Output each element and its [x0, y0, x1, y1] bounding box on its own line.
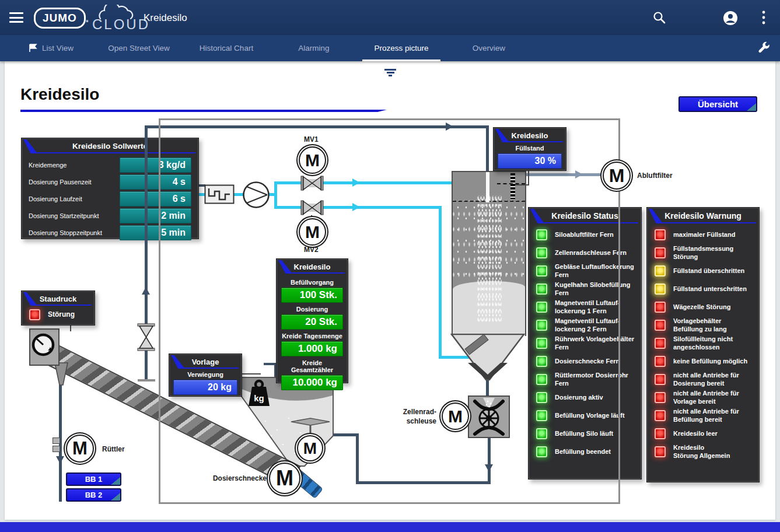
mv1-motor: M	[299, 146, 326, 174]
search-icon[interactable]	[652, 10, 667, 26]
vorlage-label: Verwiegung	[169, 371, 242, 378]
warning-item: Kreidesilo leer	[647, 425, 759, 443]
counter-group: Kreide Gesamtzähler 10.000 kg	[281, 359, 343, 390]
counters-rows: Befüllvorgang 100 Stk. Dosierung 20 Stk.…	[277, 279, 348, 390]
title-underline	[20, 110, 387, 112]
status-led	[536, 229, 547, 240]
transfer-pipe-to-hopper	[334, 433, 359, 436]
kebab-menu-icon[interactable]	[761, 10, 769, 26]
silo-inlet-pipe	[486, 125, 489, 172]
bb2-button[interactable]: BB 2	[66, 488, 121, 502]
status-item: Befüllung Vorlage läuft	[529, 407, 641, 425]
logo-dot: ·	[85, 13, 90, 29]
tab-historical-chart[interactable]: Historical Chart	[183, 35, 270, 61]
setpoint-value[interactable]: 2 min	[120, 208, 191, 223]
tab-alarming[interactable]: Alarming	[270, 35, 358, 61]
warning-label: nicht alle Antriebe für Dosierung bereit	[673, 372, 739, 388]
status-item: Dosierung aktiv	[529, 388, 641, 407]
warnung-panel: Kreidesilo Warnung maximaler Füllstand F…	[646, 207, 760, 482]
setpoint-row: Kreidemenge 3 kg/d	[29, 158, 191, 173]
alarm-led	[29, 309, 40, 320]
setpoint-value[interactable]: 5 min	[120, 225, 191, 240]
counter-label: Kreide Gesamtzähler	[281, 359, 343, 373]
rotary-valve-outlet-pipe	[488, 436, 491, 484]
flow-arrow-down-icon	[56, 456, 64, 464]
air-pipe-mv2	[276, 206, 302, 209]
mv2-label: MV2	[304, 246, 319, 254]
status-label: Magnetventil Luftauf- lockerung 2 Fern	[555, 317, 620, 334]
svg-text:kg: kg	[254, 393, 264, 403]
sollwerte-panel: Kreidesilo Sollwerte Kreidemenge 3 kg/d …	[21, 138, 199, 239]
mv2-motor: M	[299, 218, 326, 246]
status-label: Befüllung Silo läuft	[555, 430, 613, 438]
fuellstand-title: Kreidesilo	[494, 128, 566, 145]
warning-label: Füllstand unterschritten	[673, 285, 747, 293]
warning-led	[655, 392, 666, 403]
warning-label: Silofüllleitung nicht angeschlossen	[673, 335, 733, 352]
rotary-valve-motor: M	[442, 402, 469, 430]
warnung-title: Kreidesilo Warnung	[647, 208, 759, 226]
cloud-logo: CLOUD	[92, 5, 151, 33]
fuellstand-label: Füllstand	[494, 145, 566, 152]
status-led	[536, 265, 547, 276]
pressure-gauge-icon	[30, 330, 57, 358]
riser-pipe-lower	[145, 295, 148, 325]
warning-item: Füllstand überschritten	[647, 262, 759, 280]
app-bar: JUMO · CLOUD Kreidesilo	[0, 0, 780, 35]
warning-label: Vorlagebehälter Befüllung zu lang	[673, 317, 727, 334]
warning-led	[655, 446, 666, 457]
fuellstand-value: 30 %	[498, 153, 562, 169]
account-icon[interactable]	[723, 10, 738, 26]
counters-panel: Kreidesilo Befüllvorgang 100 Stk. Dosier…	[276, 258, 348, 383]
ruettler-motor: M	[66, 435, 94, 463]
counter-value: 1.000 kg	[281, 341, 343, 356]
air-filter-silencer	[204, 184, 235, 204]
status-item: Magnetventil Luftauf- lockerung 1 Fern	[529, 298, 641, 316]
setpoint-value[interactable]: 6 s	[120, 191, 191, 206]
staudruck-items: Störung	[22, 308, 95, 321]
menu-icon[interactable]	[9, 12, 23, 23]
rotary-valve	[468, 396, 510, 438]
flag-icon	[29, 44, 37, 52]
warning-label: Wägezelle Störung	[673, 303, 730, 312]
level-sensor-connector	[515, 184, 529, 186]
filter-list-icon[interactable]	[384, 69, 396, 77]
ruettler-label: Rüttler	[102, 445, 125, 453]
status-led	[536, 374, 547, 385]
tab-open-street-view[interactable]: Open Street View	[95, 35, 183, 61]
status-label: Dosierung aktiv	[555, 394, 603, 402]
flow-arrow-right-icon	[352, 203, 360, 211]
sollwerte-title: Kreidesilo Sollwerte	[22, 138, 198, 156]
setpoint-value[interactable]: 3 kg/d	[120, 158, 191, 173]
counter-group: Dosierung 20 Stk.	[281, 306, 343, 330]
agitator-motor: M	[297, 435, 323, 461]
jumo-cloud-app: JUMO · CLOUD Kreidesilo List View Open S…	[0, 0, 780, 532]
warning-led	[655, 247, 666, 258]
tab-prozess-picture[interactable]: Prozess picture	[358, 35, 445, 61]
status-label: Kugelhahn Silobefüllung Fern	[555, 281, 631, 298]
status-led	[536, 410, 547, 421]
warning-label: Kreidesilo Störung Allgemein	[673, 444, 730, 460]
status-label: Magnetventil Luftauf- lockerung 1 Fern	[555, 299, 620, 316]
pneumatic-feed-pipe-top	[146, 125, 489, 128]
setpoint-value[interactable]: 4 s	[120, 174, 191, 190]
overview-button[interactable]: Übersicht	[678, 96, 757, 112]
wrench-icon[interactable]	[757, 41, 772, 56]
status-label: Zellenradschleuse Fern	[555, 249, 627, 257]
staudruck-panel: Staudruck Störung	[21, 290, 95, 326]
air-branch-pipe	[274, 181, 277, 209]
bb1-button[interactable]: BB 1	[66, 473, 121, 486]
flow-arrow-up-icon	[142, 287, 150, 295]
status-led	[536, 446, 547, 457]
tab-list-view[interactable]: List View	[8, 35, 95, 61]
setpoint-label: Dosierung Pausenzeit	[29, 178, 120, 186]
warning-label: Kreidesilo leer	[673, 430, 718, 438]
setpoint-row: Dosierung Startzeitpunkt 2 min	[29, 208, 191, 223]
status-item: Siloabluftfilter Fern	[529, 226, 641, 244]
riser-pipe	[145, 125, 148, 295]
warning-led	[655, 265, 666, 276]
tab-overview[interactable]: Overview	[445, 35, 533, 61]
setpoint-label: Dosierung Laufzeit	[29, 195, 120, 202]
status-label: Gebläse Luftauflockerung Fern	[555, 263, 634, 279]
silo-cone	[450, 334, 525, 384]
